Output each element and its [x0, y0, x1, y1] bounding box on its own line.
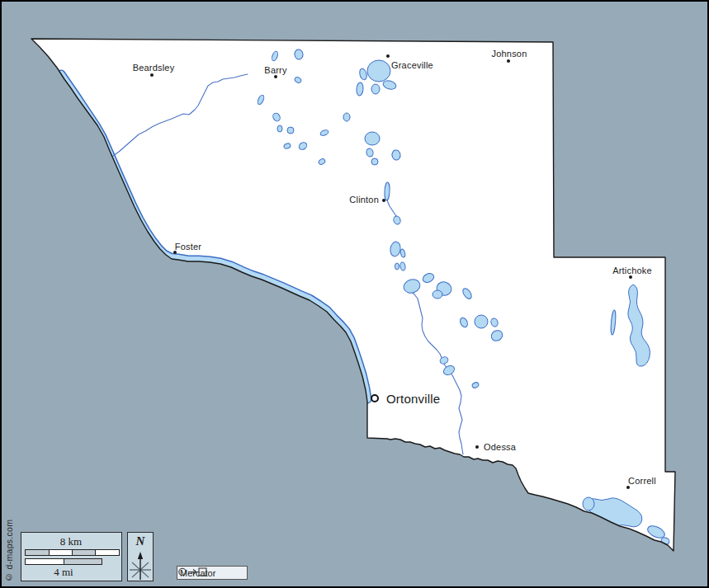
north-label: N: [136, 534, 145, 548]
correll-marker-dot: [626, 486, 630, 489]
circle-arrow-square-icon: [177, 567, 209, 577]
town-label-ortonville: Ortonville: [386, 392, 440, 406]
town-label-graceville: Graceville: [391, 60, 433, 70]
barry-marker-dot: [274, 75, 277, 78]
scale-mi-label: 4 mi: [54, 566, 73, 579]
odessa-marker-dot: [475, 445, 479, 449]
town-label-beardsley: Beardsley: [133, 63, 175, 73]
beardsley-marker-dot: [150, 73, 154, 77]
compass-icon: [129, 548, 153, 580]
scale-km-bar: [25, 549, 120, 556]
town-label-clinton: Clinton: [349, 195, 379, 205]
town-label-correll: Correll: [628, 476, 656, 486]
ortonville-marker-ring: [371, 394, 379, 402]
town-label-barry: Barry: [264, 65, 286, 75]
credit-text: © d-maps.com: [4, 516, 14, 586]
johnson-marker-dot: [507, 59, 510, 63]
town-label-odessa: Odessa: [484, 442, 516, 452]
projection-legend: Mercator: [177, 566, 248, 580]
town-label-johnson: Johnson: [492, 49, 527, 59]
town-label-artichoke: Artichoke: [612, 266, 652, 275]
scale-km-label: 8 km: [60, 535, 82, 548]
scale-bar-panel: 8 km 4 mi: [21, 532, 122, 581]
north-arrow-panel: N: [127, 532, 154, 581]
scale-mi-bar: [25, 558, 102, 565]
graceville-marker-dot: [386, 54, 390, 58]
clinton-marker-dot: [382, 199, 385, 202]
map-canvas: Beardsley Barry Graceville Johnson Clint…: [0, 0, 709, 588]
artichoke-marker-dot: [629, 275, 632, 279]
town-label-foster: Foster: [175, 242, 201, 252]
county-map-svg: [2, 2, 707, 586]
